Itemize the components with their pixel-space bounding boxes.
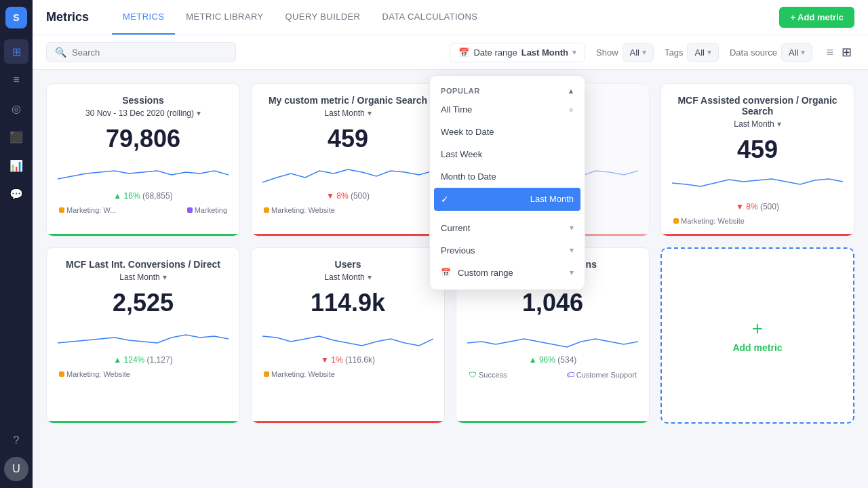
tag-label-2: Marketing: [195, 206, 227, 214]
radio-icon: ●: [568, 104, 574, 115]
card-custom-change-val: (500): [351, 191, 370, 201]
tag-dot-purple: [187, 207, 193, 213]
card-sessions-tags: Marketing: W... Marketing: [58, 206, 229, 214]
card-mcf-last-int-change: ▲ 124% (1,127): [58, 355, 229, 365]
date-range-wrapper: 📅 Date range Last Month ▾ Popular ▴ All …: [450, 43, 585, 62]
date-range-button[interactable]: 📅 Date range Last Month ▾: [450, 43, 585, 62]
chevron-down-icon: ▾: [572, 47, 576, 57]
sidebar-item-home[interactable]: ⊞: [4, 39, 28, 64]
view-toggle: ≡ ⊞: [823, 42, 854, 62]
dropdown-item-last-month[interactable]: ✓ Last Month: [434, 188, 580, 211]
tag-item: Marketing: Website: [59, 370, 130, 378]
nav-tabs: METRICS METRIC LIBRARY QUERY BUILDER DAT…: [112, 0, 488, 35]
sidebar-item-nav3[interactable]: ⬛: [4, 125, 28, 149]
sidebar-item-avatar[interactable]: U: [4, 457, 28, 481]
data-source-filter: Data source All ▾: [730, 43, 813, 62]
top-nav-actions: + Add metric: [779, 7, 854, 28]
card-users-change-val: (116.6k): [345, 355, 375, 365]
list-view-button[interactable]: ≡: [823, 42, 836, 62]
card-new-conv-change: ▲ 96% (534): [467, 355, 638, 365]
tags-filter-button[interactable]: All ▾: [687, 43, 718, 62]
card-custom-date-chevron: ▾: [368, 108, 372, 118]
data-source-button[interactable]: All ▾: [781, 43, 812, 62]
app-logo: S: [5, 7, 27, 28]
card-users-change-pct: ▼ 1%: [321, 355, 343, 365]
shield-icon: 🛡: [469, 370, 477, 380]
card-sessions-change-pct: ▲ 16%: [113, 191, 140, 201]
sidebar-item-help[interactable]: ?: [4, 428, 28, 453]
tab-metric-library[interactable]: METRIC LIBRARY: [175, 0, 274, 35]
check-icon: ✓: [441, 194, 449, 205]
card-custom-chart: [262, 159, 433, 186]
card-new-conv-change-val: (534): [557, 355, 576, 365]
tag-label-success: Success: [479, 371, 507, 379]
tag-item: Marketing: W...: [59, 206, 116, 214]
tag-item: Marketing: Website: [264, 370, 335, 378]
card-custom-date[interactable]: Last Month ▾: [262, 108, 433, 118]
sidebar-item-nav1[interactable]: ≡: [4, 68, 28, 92]
card-mcf-last-int-change-pct: ▲ 124%: [113, 355, 144, 365]
chevron-right-icon-3: ▾: [570, 268, 574, 277]
tag-item-success: 🛡 Success: [469, 370, 507, 380]
sidebar-item-nav2[interactable]: ◎: [4, 96, 28, 121]
card-new-conv-bar: [456, 421, 649, 423]
tab-metrics[interactable]: METRICS: [112, 0, 175, 35]
card-sessions-date[interactable]: 30 Nov - 13 Dec 2020 (rolling) ▾: [58, 108, 229, 118]
tag-label: Marketing: Website: [271, 206, 335, 214]
add-metric-label: Add metric: [732, 342, 782, 353]
add-metric-card[interactable]: + Add metric: [660, 247, 854, 424]
card-custom-metric: My custom metric / Organic Search Last M…: [251, 83, 445, 237]
tag-label: Marketing: Website: [681, 217, 745, 225]
sidebar: S ⊞ ≡ ◎ ⬛ 📊 💬 ? U: [0, 0, 33, 488]
card-mcf-last-int-value: 2,525: [58, 289, 229, 317]
card-new-conv-value: 1,046: [467, 289, 638, 317]
add-metric-button[interactable]: + Add metric: [779, 7, 854, 28]
sidebar-item-nav5[interactable]: 💬: [4, 182, 28, 206]
card-custom-change: ▼ 8% (500): [262, 191, 433, 201]
card-mcf-last-int-bar: [47, 421, 239, 423]
card-custom-change-pct: ▼ 8%: [326, 191, 349, 201]
card-mcf-last-int-date[interactable]: Last Month ▾: [58, 272, 229, 282]
page-title: Metrics: [46, 10, 89, 24]
card-sessions-date-chevron: ▾: [197, 108, 201, 118]
date-range-label: Date range: [473, 47, 517, 58]
dropdown-item-week-to-date[interactable]: Week to Date: [430, 121, 585, 143]
card-users: Users Last Month ▾ 114.9k ▼ 1% (116.6k): [251, 247, 445, 424]
card-mcf-assisted-change-val: (500): [760, 202, 779, 211]
tag-item-support: 🏷 Customer Support: [566, 370, 637, 380]
dropdown-item-all-time[interactable]: All Time ●: [430, 98, 585, 121]
tab-query-builder[interactable]: QUERY BUILDER: [275, 0, 372, 35]
dropdown-section-custom-range[interactable]: 📅 Custom range ▾: [430, 262, 585, 284]
dropdown-section-current[interactable]: Current ▾: [430, 217, 585, 239]
card-users-bar: [252, 421, 444, 423]
calendar-icon: 📅: [458, 47, 469, 58]
dropdown-item-month-to-date[interactable]: Month to Date: [430, 165, 585, 188]
card-mcf-last-int-chevron: ▾: [163, 272, 167, 282]
card-users-date[interactable]: Last Month ▾: [262, 272, 433, 282]
search-input[interactable]: [72, 47, 227, 58]
card-users-chart: [262, 323, 433, 350]
card-custom-bar: [252, 234, 444, 236]
card-users-title: Users: [262, 259, 433, 270]
card-sessions-chart: [58, 159, 229, 186]
sidebar-item-nav4[interactable]: 📊: [4, 153, 28, 178]
tab-data-calculations[interactable]: DATA CALCULATIONS: [371, 0, 488, 35]
tags-filter: Tags All ▾: [665, 43, 719, 62]
grid-view-button[interactable]: ⊞: [839, 42, 854, 62]
card-mcf-assisted-chevron: ▾: [777, 119, 781, 129]
card-mcf-last-int-title: MCF Last Int. Conversions / Direct: [58, 259, 229, 270]
dropdown-item-last-week[interactable]: Last Week: [430, 143, 585, 165]
dropdown-section-previous[interactable]: Previous ▾: [430, 239, 585, 262]
tag-label: Marketing: Website: [271, 370, 335, 378]
card-new-conv-tags: 🛡 Success 🏷 Customer Support: [467, 370, 638, 380]
tag-label: Marketing: Website: [66, 370, 130, 378]
card-sessions-bar: [47, 234, 239, 236]
show-filter-button[interactable]: All ▾: [623, 43, 654, 62]
tag-item-2: Marketing: [187, 206, 227, 214]
tag-dot-orange: [264, 371, 269, 377]
tag-label-support: Customer Support: [576, 371, 637, 379]
card-new-conv-chart: [467, 323, 638, 350]
card-mcf-assisted-chart: [672, 169, 843, 197]
card-mcf-assisted-date[interactable]: Last Month ▾: [672, 119, 843, 129]
chevron-right-icon-2: ▾: [570, 245, 574, 255]
